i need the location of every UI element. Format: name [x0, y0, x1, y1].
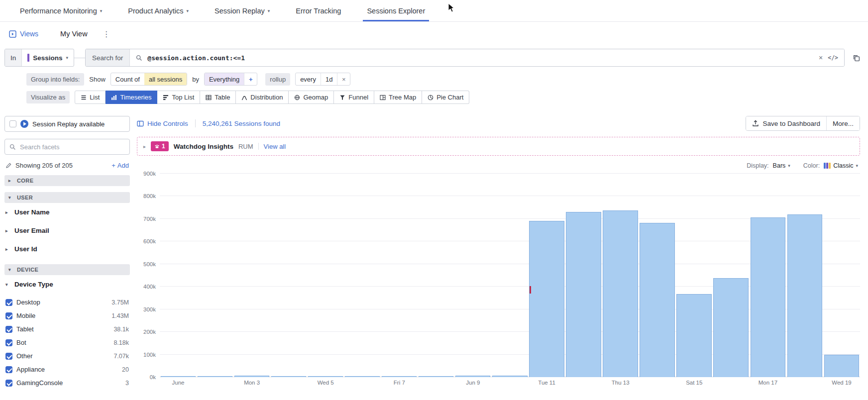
- count-target-dropdown[interactable]: all sessions: [144, 73, 187, 85]
- facet-value-other: Other 7.07k: [4, 351, 130, 361]
- viz-distribution-button[interactable]: Distribution: [236, 91, 289, 104]
- gamingconsole-checkbox[interactable]: [5, 380, 12, 387]
- viz-label: Top List: [172, 94, 194, 101]
- code-view-icon[interactable]: </>: [828, 54, 838, 61]
- chart-bar[interactable]: [566, 212, 601, 377]
- facet-sidebar: Session Replay available Showing 205 of …: [4, 116, 130, 388]
- chart-bar[interactable]: [676, 294, 711, 377]
- group-by-dropdown[interactable]: Everything: [205, 73, 244, 85]
- facet-value-desktop: Desktop 3.75M: [4, 298, 130, 307]
- facet-group-core[interactable]: ▸ CORE: [4, 175, 130, 186]
- facet-user-email[interactable]: ▸ User Email: [4, 221, 130, 240]
- viz-toplist-button[interactable]: Top List: [157, 91, 200, 104]
- rollup-interval-dropdown[interactable]: 1d: [321, 73, 337, 85]
- session-replay-checkbox[interactable]: [9, 120, 16, 127]
- desktop-checkbox[interactable]: [5, 299, 12, 306]
- sessions-found-link[interactable]: 5,240,261 Sessions found: [203, 120, 280, 127]
- copy-query-icon[interactable]: [853, 54, 860, 62]
- session-replay-label: Session Replay available: [32, 120, 105, 128]
- search-icon: [9, 144, 16, 150]
- distribution-icon: [241, 95, 247, 100]
- facet-search-input[interactable]: [20, 143, 125, 151]
- viz-funnel-button[interactable]: Funnel: [334, 91, 374, 104]
- facet-user-name[interactable]: ▸ User Name: [4, 203, 130, 221]
- add-group-by-button[interactable]: +: [244, 73, 257, 85]
- mobile-checkbox[interactable]: [5, 312, 12, 319]
- count-of-dropdown[interactable]: Count of: [111, 73, 144, 85]
- save-to-dashboard-button[interactable]: Save to Dashboard: [746, 116, 826, 130]
- chart-bar[interactable]: [787, 214, 822, 377]
- views-button[interactable]: Views: [9, 30, 38, 38]
- viz-geomap-button[interactable]: Geomap: [289, 91, 334, 104]
- clear-search-icon[interactable]: ×: [819, 54, 823, 62]
- add-facet-button[interactable]: + Add: [111, 162, 129, 169]
- tab-label: Error Tracking: [296, 7, 341, 15]
- chevron-right-icon[interactable]: ▸: [143, 144, 146, 149]
- facet-group-user[interactable]: ▾ USER: [4, 192, 130, 203]
- facet-value-label: Appliance: [16, 366, 45, 373]
- tab-error-tracking[interactable]: Error Tracking: [296, 0, 341, 21]
- table-icon: [206, 95, 212, 100]
- viz-list-button[interactable]: List: [75, 91, 106, 104]
- add-label: Add: [117, 162, 129, 169]
- in-label: In: [5, 49, 22, 66]
- watchdog-count: 1: [162, 143, 165, 150]
- facet-count-row: Showing 205 of 205 + Add: [5, 162, 129, 169]
- bot-checkbox[interactable]: [5, 339, 12, 346]
- facet-value-gamingconsole: GamingConsole 3: [4, 378, 130, 388]
- viz-timeseries-button[interactable]: Timeseries: [106, 91, 157, 104]
- display-type-dropdown[interactable]: Bars ▾: [773, 162, 790, 169]
- remove-rollup-icon[interactable]: ×: [337, 73, 350, 85]
- more-button[interactable]: More...: [826, 116, 860, 130]
- kebab-menu-icon[interactable]: ⋮: [103, 29, 110, 39]
- hide-controls-button[interactable]: Hide Controls: [137, 120, 188, 127]
- viz-piechart-button[interactable]: Pie Chart: [422, 91, 469, 104]
- sessions-source-icon: [27, 54, 29, 62]
- results-panel: Hide Controls 5,240,261 Sessions found S…: [137, 116, 860, 388]
- viz-treemap-button[interactable]: Tree Map: [374, 91, 422, 104]
- x-tick-label: Mon 3: [244, 380, 260, 386]
- more-label: More...: [833, 120, 854, 127]
- facet-group-device[interactable]: ▾ DEVICE: [4, 264, 130, 275]
- rollup-control: every 1d ×: [295, 73, 350, 86]
- tab-session-replay[interactable]: Session Replay ▾: [215, 0, 270, 21]
- viz-label: Timeseries: [120, 94, 151, 101]
- search-query-input[interactable]: [147, 54, 814, 62]
- source-dropdown[interactable]: Sessions ▾: [22, 49, 74, 66]
- facet-value-count: 38.1k: [113, 326, 129, 333]
- tab-performance-monitoring[interactable]: Performance Monitoring ▾: [20, 0, 102, 21]
- chart-bar[interactable]: [751, 217, 785, 377]
- other-checkbox[interactable]: [5, 353, 12, 360]
- tab-product-analytics[interactable]: Product Analytics ▾: [128, 0, 189, 21]
- divider: [195, 119, 196, 127]
- chart-y-axis: 0k100k200k300k400k500k600k700k800k900k: [137, 174, 160, 377]
- watchdog-marker-icon[interactable]: [530, 286, 531, 294]
- color-scheme-dropdown[interactable]: Classic ▾: [824, 162, 858, 169]
- facet-label: User Name: [14, 208, 50, 216]
- display-label: Display:: [747, 162, 768, 169]
- watchdog-insights-banner: ▸ 1 Watchdog Insights RUM View all: [137, 137, 860, 156]
- appliance-checkbox[interactable]: [5, 366, 12, 373]
- facet-value-count: 8.18k: [113, 339, 129, 346]
- chart-bar[interactable]: [824, 355, 859, 377]
- views-bar: Views My View ⋮: [0, 22, 868, 46]
- facet-user-id[interactable]: ▸ User Id: [4, 240, 130, 258]
- chart-bar[interactable]: [529, 221, 564, 377]
- chart-bar[interactable]: [713, 278, 748, 377]
- facet-device-type[interactable]: ▾ Device Type: [4, 275, 130, 294]
- source-selector: In Sessions ▾: [4, 49, 74, 67]
- session-replay-available-filter[interactable]: Session Replay available: [4, 116, 130, 132]
- chart-bar[interactable]: [603, 210, 638, 377]
- facet-value-count: 7.07k: [113, 353, 129, 360]
- chevron-down-icon: ▾: [8, 195, 13, 200]
- edit-facets-icon[interactable]: [5, 162, 12, 169]
- y-tick-label: 700k: [143, 216, 156, 222]
- facet-label: Device Type: [14, 281, 53, 288]
- viz-table-button[interactable]: Table: [200, 91, 236, 104]
- tablet-checkbox[interactable]: [5, 326, 12, 333]
- chart-bar[interactable]: [640, 223, 674, 377]
- tab-my-view[interactable]: My View: [60, 30, 88, 38]
- watchdog-view-all-link[interactable]: View all: [264, 143, 286, 150]
- tab-sessions-explorer[interactable]: Sessions Explorer: [367, 0, 425, 21]
- viz-label: Geomap: [303, 94, 328, 101]
